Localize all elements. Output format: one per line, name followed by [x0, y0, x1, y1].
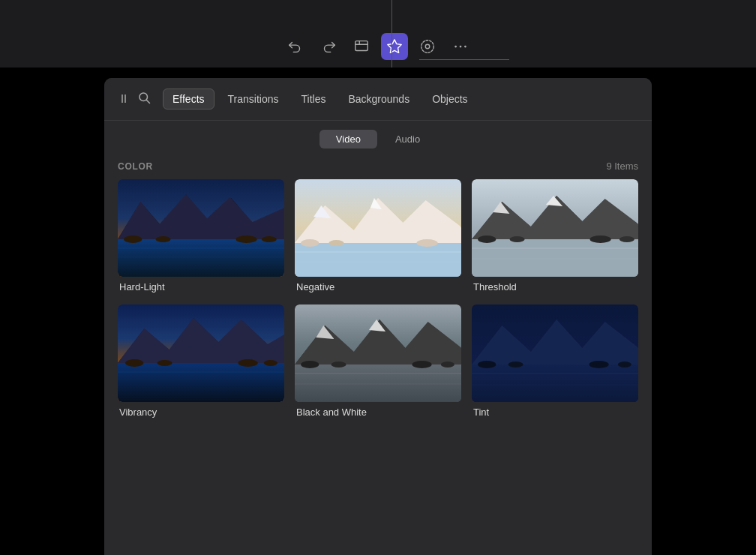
svg-point-50	[264, 360, 278, 366]
item-label: Tint	[472, 402, 638, 419]
item-label: Vibrancy	[118, 402, 284, 419]
svg-point-28	[328, 240, 344, 246]
svg-marker-1	[388, 40, 401, 52]
svg-point-62	[441, 362, 454, 368]
item-label: Threshold	[472, 277, 638, 294]
svg-point-47	[125, 359, 143, 367]
negative-thumb	[295, 179, 461, 277]
svg-point-72	[589, 361, 608, 368]
list-item[interactable]: Negative	[295, 179, 461, 294]
svg-point-4	[454, 46, 457, 48]
svg-point-41	[620, 236, 634, 242]
svg-point-40	[590, 236, 610, 243]
svg-rect-45	[118, 363, 284, 402]
svg-line-8	[147, 100, 150, 104]
svg-point-70	[478, 361, 496, 368]
list-item[interactable]: Hard-Light	[118, 179, 284, 294]
svg-point-7	[140, 93, 148, 101]
svg-point-48	[157, 360, 172, 366]
item-label: Hard-Light	[118, 277, 284, 294]
svg-point-73	[618, 362, 632, 368]
tab-effects[interactable]: Effects	[163, 88, 214, 110]
svg-point-38	[478, 236, 496, 243]
svg-point-71	[508, 362, 523, 368]
svg-rect-24	[295, 243, 461, 277]
section-count: 9 Items	[606, 160, 638, 172]
svg-point-3	[425, 44, 430, 49]
transitions-button[interactable]	[414, 33, 441, 60]
nav-bar: ⏸ Effects Transitions Titles Backgrounds…	[104, 78, 652, 121]
tint-thumb	[472, 304, 638, 402]
tab-objects[interactable]: Objects	[423, 89, 476, 109]
svg-point-59	[301, 361, 319, 368]
top-bar	[0, 0, 756, 68]
svg-rect-0	[356, 41, 368, 51]
audio-tab[interactable]: Audio	[379, 130, 436, 148]
item-label: Black and White	[295, 402, 461, 419]
threshold-thumb	[472, 179, 638, 277]
svg-point-60	[331, 362, 346, 368]
svg-rect-12	[118, 239, 284, 277]
gap	[0, 68, 756, 78]
video-tab[interactable]: Video	[320, 130, 377, 148]
sub-toolbar: Video Audio	[104, 121, 652, 154]
svg-point-16	[155, 236, 170, 242]
media-button[interactable]	[348, 33, 375, 60]
tab-backgrounds[interactable]: Backgrounds	[339, 89, 418, 109]
svg-point-2	[422, 40, 434, 53]
svg-point-61	[412, 361, 431, 368]
list-item[interactable]: Black and White	[295, 304, 461, 419]
list-item[interactable]: Vibrancy	[118, 304, 284, 419]
svg-point-29	[416, 239, 437, 247]
svg-point-6	[464, 46, 466, 48]
bw-thumb	[295, 304, 461, 402]
section-header: COLOR 9 Items	[104, 154, 652, 179]
more-button[interactable]	[447, 33, 474, 60]
hard-light-thumb	[118, 179, 284, 277]
effects-grid: Hard-Light	[104, 179, 652, 419]
effects-button[interactable]	[381, 33, 408, 60]
vibrancy-thumb	[118, 304, 284, 402]
redo-button[interactable]	[315, 33, 342, 60]
list-item[interactable]: Threshold	[472, 179, 638, 294]
section-title: COLOR	[118, 161, 153, 172]
sidebar-toggle[interactable]: ⏸	[118, 92, 130, 106]
svg-rect-69	[472, 304, 638, 402]
svg-point-17	[236, 236, 256, 243]
search-icon[interactable]	[137, 91, 151, 107]
svg-point-27	[301, 239, 319, 247]
connector-vertical	[392, 0, 392, 68]
item-label: Negative	[295, 277, 461, 294]
svg-point-15	[124, 236, 142, 243]
effects-panel: ⏸ Effects Transitions Titles Backgrounds…	[104, 78, 652, 555]
tab-titles[interactable]: Titles	[292, 89, 335, 109]
undo-button[interactable]	[282, 33, 309, 60]
tab-transitions[interactable]: Transitions	[219, 89, 288, 109]
svg-rect-56	[295, 364, 461, 402]
toolbar-icons	[282, 33, 474, 60]
connector-horizontal	[419, 59, 509, 60]
svg-point-39	[509, 236, 524, 242]
svg-point-49	[238, 359, 257, 367]
svg-point-18	[262, 236, 277, 242]
svg-point-5	[460, 46, 462, 48]
svg-rect-35	[472, 239, 638, 277]
list-item[interactable]: Tint	[472, 304, 638, 419]
